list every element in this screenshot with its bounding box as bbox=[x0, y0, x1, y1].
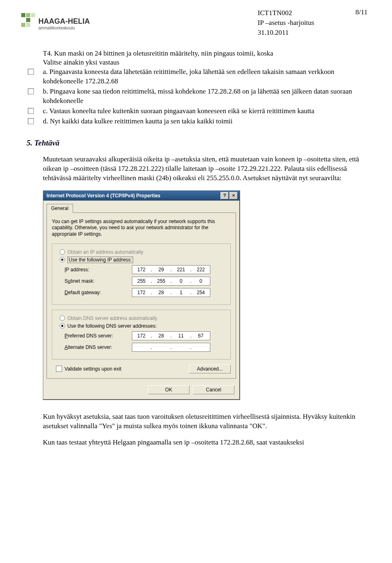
radio-obtain-ip-label: Obtain an IP address automatically bbox=[67, 249, 143, 255]
page-header: HAAGA-HELIA ammattikorkeakoulu ICT1TN002… bbox=[20, 8, 372, 37]
svg-rect-0 bbox=[21, 13, 25, 17]
checkbox-d[interactable] bbox=[28, 118, 34, 124]
ip-address-label: IP address: bbox=[57, 267, 132, 273]
svg-rect-5 bbox=[26, 23, 30, 27]
radio-use-ip[interactable] bbox=[60, 257, 65, 262]
preferred-dns-label: Preferred DNS server: bbox=[57, 333, 132, 339]
tab-general[interactable]: General bbox=[47, 204, 73, 213]
choice-c-text: c. Vastaus koneelta tulee kuitenkin suor… bbox=[41, 107, 368, 116]
radio-use-ip-label: Use the following IP address: bbox=[67, 257, 133, 263]
doc-date: 31.10.2011 bbox=[258, 28, 314, 38]
radio-obtain-dns[interactable] bbox=[60, 315, 65, 321]
alternate-dns-field[interactable]: . . . bbox=[132, 343, 210, 352]
checkbox-b[interactable] bbox=[28, 88, 34, 94]
dialog-titlebar[interactable]: Internet Protocol Version 4 (TCP/IPv4) P… bbox=[43, 191, 239, 201]
help-button[interactable]: ? bbox=[220, 192, 229, 199]
choice-b: b. Pingaava kone saa tiedon reitittimelt… bbox=[43, 87, 368, 106]
svg-rect-3 bbox=[26, 18, 30, 22]
ip-address-field[interactable]: 172. 29. 221. 222 bbox=[132, 265, 210, 274]
ip-groupbox: Obtain an IP address automatically Use t… bbox=[52, 244, 231, 305]
svg-text:ammattikorkeakoulu: ammattikorkeakoulu bbox=[38, 26, 75, 30]
subnet-mask-label: Subnet mask: bbox=[57, 278, 132, 284]
subnet-mask-field[interactable]: 255. 255. 0. 0 bbox=[132, 277, 210, 286]
doc-subtitle: IP –asetus -harjoitus bbox=[258, 18, 314, 28]
page-number: 8/11 bbox=[355, 8, 368, 16]
preferred-dns-field[interactable]: 172. 28. 11. 67 bbox=[132, 331, 210, 340]
checkbox-c[interactable] bbox=[28, 108, 34, 114]
radio-obtain-ip[interactable] bbox=[60, 249, 65, 255]
choice-b-text: b. Pingaava kone saa tiedon reitittimelt… bbox=[41, 87, 368, 106]
close-button[interactable]: × bbox=[229, 192, 238, 199]
dns-groupbox: Obtain DNS server address automatically … bbox=[52, 310, 231, 360]
course-code: ICT1TN002 bbox=[258, 8, 314, 18]
svg-rect-2 bbox=[31, 13, 35, 17]
ok-button[interactable]: OK bbox=[148, 385, 189, 394]
task-paragraph-3: Kun taas testaat yhteyttä Helgaan pingaa… bbox=[43, 438, 368, 447]
choice-c: c. Vastaus koneelta tulee kuitenkin suor… bbox=[43, 107, 368, 116]
choice-a: a. Pingaavasta koneesta data lähetetään … bbox=[43, 67, 368, 86]
ipv4-properties-dialog: Internet Protocol Version 4 (TCP/IPv4) P… bbox=[43, 190, 240, 400]
svg-rect-1 bbox=[26, 13, 30, 17]
radio-use-dns-label: Use the following DNS server addresses: bbox=[67, 323, 157, 329]
dialog-info-text: You can get IP settings assigned automat… bbox=[52, 219, 231, 238]
logo: HAAGA-HELIA ammattikorkeakoulu bbox=[20, 11, 94, 36]
radio-use-dns[interactable] bbox=[60, 323, 65, 328]
radio-obtain-dns-label: Obtain DNS server address automatically bbox=[67, 315, 157, 321]
choice-d-text: d. Nyt kaikki data kulkee reitittimen ka… bbox=[41, 117, 368, 126]
advanced-button[interactable]: Advanced... bbox=[189, 364, 231, 373]
task-paragraph-2: Kun hyväksyt asetuksia, saat taas tuon v… bbox=[43, 412, 368, 431]
question-stem: T4. Kun maski on 24 bittinen ja oletusre… bbox=[43, 49, 368, 58]
task-paragraph-1: Muutetaan seuraavaksi alkuperäisiä oikei… bbox=[43, 155, 368, 183]
default-gateway-field[interactable]: 172. 28. 1. 254 bbox=[132, 288, 210, 297]
svg-rect-4 bbox=[21, 23, 25, 27]
cancel-button[interactable]: Cancel bbox=[193, 385, 234, 394]
task-heading: 5. Tehtävä bbox=[27, 139, 368, 147]
svg-text:HAAGA-HELIA: HAAGA-HELIA bbox=[38, 17, 90, 25]
checkbox-a[interactable] bbox=[28, 69, 34, 75]
question-instruction: Valitse ainakin yksi vastaus bbox=[43, 58, 368, 67]
choice-d: d. Nyt kaikki data kulkee reitittimen ka… bbox=[43, 117, 368, 126]
alternate-dns-label: Alternate DNS server: bbox=[57, 344, 132, 350]
default-gateway-label: Default gateway: bbox=[57, 290, 132, 295]
choice-a-text: a. Pingaavasta koneesta data lähetetään … bbox=[41, 67, 368, 86]
dialog-title: Internet Protocol Version 4 (TCP/IPv4) P… bbox=[47, 193, 160, 199]
header-meta: ICT1TN002 IP –asetus -harjoitus 31.10.20… bbox=[258, 8, 314, 37]
validate-label: Validate settings upon exit bbox=[65, 366, 121, 372]
question-t4: T4. Kun maski on 24 bittinen ja oletusre… bbox=[43, 49, 368, 126]
validate-checkbox[interactable] bbox=[56, 366, 62, 372]
